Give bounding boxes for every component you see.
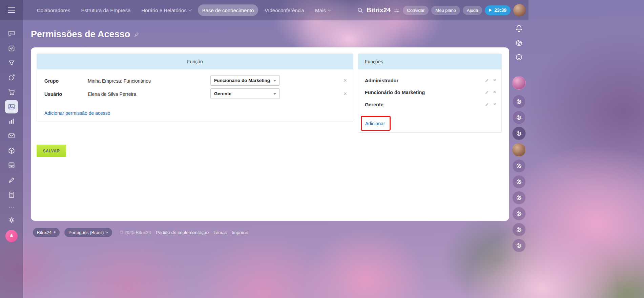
delete-role-button[interactable]: × — [493, 89, 496, 95]
remove-row-button[interactable]: × — [344, 91, 347, 97]
nav-item-estrutura-da-empresa[interactable]: Estrutura da Empresa — [77, 4, 135, 16]
spiral-icon — [516, 98, 522, 105]
cart-icon — [7, 88, 16, 96]
nav-item-colaboradores[interactable]: Colaboradores — [33, 4, 75, 16]
sidebar-item-more[interactable] — [7, 203, 16, 211]
cabinet-icon — [7, 161, 16, 169]
language-selector[interactable]: Português (Brasil) — [64, 228, 112, 237]
footer: Bitrix24® Português (Brasil) © 2025 Bitr… — [33, 228, 248, 237]
nav-item-videoconferencia[interactable]: Vídeoconferência — [260, 4, 309, 16]
roles-panel: Funções Administrador × Funcionário do M… — [358, 54, 502, 133]
spiral-icon — [516, 210, 522, 217]
role-dropdown-group[interactable]: Funcionário do Marketing — [210, 75, 280, 86]
sidebar-item-crm[interactable] — [7, 59, 16, 67]
spiral-icon — [516, 114, 522, 121]
role-dropdown-user[interactable]: Gerente — [210, 88, 280, 99]
chevron-down-icon — [188, 8, 192, 12]
spiral-icon — [516, 194, 522, 201]
edit-pencil-icon[interactable] — [485, 90, 489, 94]
nav-item-mais[interactable]: Mais — [311, 4, 335, 16]
user-avatar[interactable] — [513, 4, 526, 17]
play-icon — [489, 8, 492, 12]
app-window: Colaboradores Estrutura da Empresa Horár… — [0, 0, 644, 298]
copilot-spiral-icon[interactable] — [515, 39, 523, 47]
nav-item-base-de-conhecimento[interactable]: Base de conhecimento — [198, 4, 258, 16]
sidebar-item-settings[interactable] — [7, 216, 16, 224]
gear-icon — [7, 216, 16, 224]
copilot-chat-button[interactable] — [512, 239, 526, 252]
roles-header: Funções — [358, 54, 501, 69]
save-button[interactable]: SALVAR — [37, 145, 66, 157]
sidebar-item-documents[interactable] — [7, 191, 16, 199]
access-permissions-table: Função Grupo Minha Empresa: Funcionários… — [37, 54, 353, 122]
copilot-chat-button[interactable] — [512, 95, 526, 108]
sidebar-item-launchpad[interactable] — [5, 230, 18, 242]
copilot-chat-button[interactable] — [512, 191, 526, 205]
left-sidebar — [0, 0, 23, 298]
delete-role-button[interactable]: × — [493, 77, 496, 83]
footer-link-print[interactable]: Imprimir — [232, 230, 248, 235]
notifications-bell-icon[interactable] — [514, 24, 524, 33]
sidebar-item-company[interactable] — [7, 161, 16, 169]
copilot-chat-button[interactable] — [512, 175, 526, 189]
chevron-down-icon — [328, 8, 331, 12]
ellipsis-icon — [7, 203, 16, 211]
add-permission-link[interactable]: Adicionar permissão de acesso — [44, 110, 110, 116]
search-icon[interactable] — [356, 6, 364, 14]
work-timer-button[interactable]: 23:39 — [485, 5, 511, 15]
nav-label: Horário e Relatórios — [141, 7, 186, 13]
my-plan-button[interactable]: Meu plano — [431, 6, 460, 15]
chat-channel-button[interactable] — [512, 127, 526, 140]
edit-pencil-icon[interactable] — [485, 78, 489, 83]
spiral-icon — [516, 178, 522, 185]
nav-label: Base de conhecimento — [202, 7, 254, 13]
role-item: Administrador — [365, 78, 398, 83]
assistant-chat-icon[interactable] — [515, 53, 523, 62]
spiral-icon — [516, 242, 522, 249]
crm-funnel-icon — [7, 59, 16, 67]
copilot-chat-button[interactable] — [512, 223, 526, 236]
sliders-icon[interactable] — [393, 7, 400, 14]
sidebar-item-tasks[interactable] — [7, 44, 16, 52]
delete-role-button[interactable]: × — [493, 101, 496, 107]
sidebar-item-knowledge-base-active[interactable] — [5, 100, 18, 113]
add-role-link[interactable]: Adicionar — [365, 121, 385, 126]
knowledge-base-icon — [7, 103, 16, 111]
sidebar-item-mail[interactable] — [7, 132, 16, 140]
nav-item-horario-e-relatorios[interactable]: Horário e Relatórios — [137, 4, 195, 16]
chat-avatar[interactable] — [512, 76, 526, 90]
bitrix24-logo[interactable]: Bitrix24 — [367, 6, 391, 14]
sidebar-item-messenger[interactable] — [7, 29, 16, 38]
page-title: Permissões de Acesso — [31, 29, 130, 40]
menu-icon[interactable] — [8, 7, 15, 13]
copilot-chat-button[interactable] — [512, 111, 526, 124]
document-icon — [7, 191, 16, 199]
help-button[interactable]: Ajuda — [463, 6, 482, 15]
sidebar-item-marketing[interactable] — [7, 73, 16, 82]
language-label: Português (Brasil) — [68, 230, 104, 235]
chat-avatar[interactable] — [512, 143, 526, 157]
sidebar-item-automation[interactable] — [7, 147, 16, 155]
footer-link-implementation[interactable]: Pedido de implementação — [156, 230, 209, 235]
table-header: Função — [37, 54, 353, 69]
target-arrow-icon — [7, 73, 16, 82]
footer-link-themes[interactable]: Temas — [213, 230, 227, 235]
copilot-chat-button[interactable] — [512, 207, 526, 220]
role-item: Gerente — [365, 102, 383, 107]
main-nav: Colaboradores Estrutura da Empresa Horár… — [33, 4, 335, 16]
copilot-chat-button[interactable] — [512, 159, 526, 173]
footer-brand-badge[interactable]: Bitrix24® — [33, 228, 60, 237]
row-entity-name: Elena de Silva Perreira — [88, 91, 136, 97]
sidebar-item-analytics[interactable] — [7, 117, 16, 125]
sidebar-item-sign[interactable] — [7, 176, 16, 184]
content-card: Função Grupo Minha Empresa: Funcionários… — [31, 47, 509, 221]
chevron-down-icon — [105, 230, 109, 234]
nav-label: Colaboradores — [37, 7, 70, 13]
edit-pencil-icon[interactable] — [485, 102, 489, 107]
spiral-icon — [516, 163, 522, 169]
roles-header-label: Funções — [365, 59, 383, 64]
pin-icon[interactable] — [133, 31, 140, 38]
invite-button[interactable]: Convidar — [403, 6, 429, 15]
sidebar-item-sales[interactable] — [7, 88, 16, 96]
remove-row-button[interactable]: × — [344, 78, 347, 83]
